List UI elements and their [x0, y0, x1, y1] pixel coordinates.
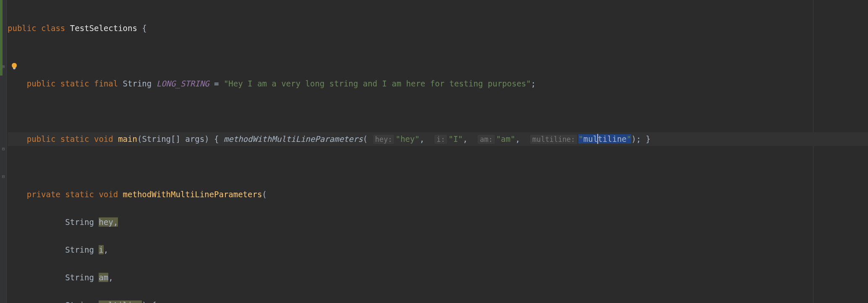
collapse-fold-icon[interactable]: ⊟ — [1, 146, 6, 151]
keyword-class: class — [41, 24, 65, 33]
svg-rect-0 — [13, 68, 16, 69]
code-line-empty[interactable] — [8, 104, 868, 118]
type-string: String — [123, 79, 152, 88]
text-caret — [597, 134, 598, 144]
code-line[interactable]: String i, — [8, 243, 868, 257]
keyword-static: static — [60, 79, 89, 88]
text-selection: tiline" — [598, 134, 631, 144]
keyword-public: public — [8, 24, 37, 33]
lightbulb-icon[interactable] — [10, 62, 18, 71]
string-literal: "Hey I am a very long string and I am he… — [224, 79, 531, 88]
text-selection: "mul — [578, 134, 598, 144]
param-i: i — [99, 245, 103, 254]
param-hey: hey — [99, 217, 113, 227]
param-hint-hey: hey: — [373, 135, 395, 144]
keyword-static: static — [65, 190, 94, 199]
keyword-final: final — [94, 79, 118, 88]
param-hint-i: i: — [434, 135, 447, 144]
class-name: TestSelections — [70, 24, 137, 33]
code-line[interactable]: String multiline) { — [8, 298, 868, 303]
keyword-void: void — [99, 190, 118, 199]
param-am: am — [99, 273, 108, 282]
keyword-private: private — [27, 190, 60, 199]
method-call: methodWithMultiLineParameters — [224, 134, 363, 144]
code-line-empty[interactable] — [8, 49, 868, 63]
code-line[interactable]: public static final String LONG_STRING =… — [8, 77, 868, 91]
code-line[interactable]: private static void methodWithMultiLineP… — [8, 188, 868, 201]
code-line-empty[interactable] — [8, 160, 868, 174]
code-line-current[interactable]: public static void main(String[] args) {… — [8, 132, 868, 146]
keyword-public: public — [27, 134, 56, 144]
brace: { — [137, 24, 147, 33]
code-editor[interactable]: public class TestSelections { public sta… — [8, 8, 868, 303]
method-decl: methodWithMultiLineParameters — [123, 190, 262, 199]
keyword-void: void — [94, 134, 113, 144]
param-multiline: multiline — [99, 300, 142, 303]
param-hint-multiline: multiline: — [530, 135, 577, 144]
keyword-static: static — [60, 134, 89, 144]
main-params: (String[] args) — [137, 134, 209, 144]
method-main: main — [118, 134, 137, 144]
param-hint-am: am: — [478, 135, 495, 144]
expand-fold-icon[interactable]: ⊞ — [1, 64, 6, 69]
editor-gutter: ⊞ ⊟ ⊟ — [0, 0, 7, 303]
code-line[interactable]: public class TestSelections { — [8, 21, 868, 35]
svg-rect-1 — [13, 69, 15, 70]
constant-name: LONG_STRING — [157, 79, 209, 88]
code-line[interactable]: String am, — [8, 271, 868, 285]
collapse-fold-icon[interactable]: ⊟ — [1, 174, 6, 179]
code-line[interactable]: String hey, — [8, 215, 868, 229]
keyword-public: public — [27, 79, 56, 88]
